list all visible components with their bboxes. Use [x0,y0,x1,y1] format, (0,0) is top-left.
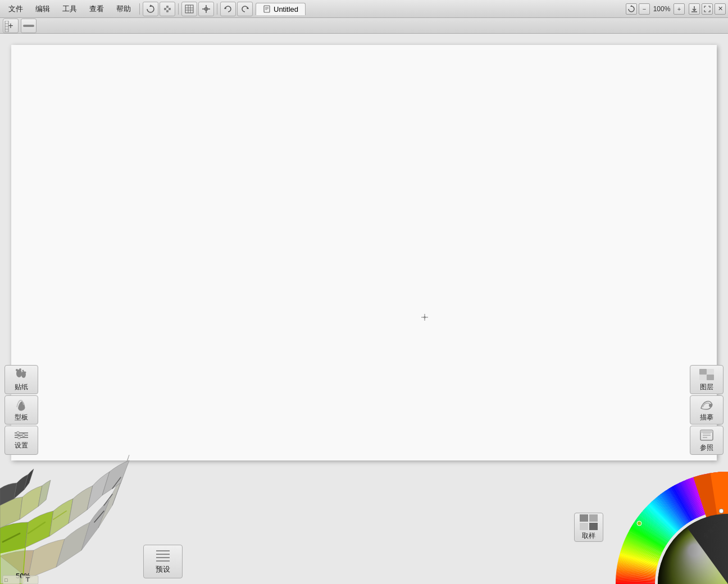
svg-rect-21 [23,25,34,27]
svg-rect-67 [580,523,588,530]
download-btn[interactable] [689,3,700,15]
svg-point-32 [19,368,21,371]
svg-point-40 [18,436,21,439]
svg-rect-66 [589,514,598,522]
svg-point-38 [17,431,20,434]
preset-button[interactable]: 预设 [143,545,183,578]
right-panel: 图层 描摹 参照 [690,365,724,455]
close-icon: ✕ [718,5,723,12]
preset-label: 预设 [156,564,170,574]
menu-edit[interactable]: 编辑 [29,1,56,17]
redo-btn[interactable] [237,2,253,16]
svg-point-44 [709,404,712,407]
separator-2 [178,3,179,15]
undo-btn[interactable] [220,2,236,16]
sample-button[interactable]: 取样 [574,513,603,542]
svg-rect-65 [580,514,588,522]
template-label: 型板 [15,413,28,422]
sample-icon [580,514,598,530]
toolbar2: + [0,18,728,34]
menu-file[interactable]: 文件 [2,1,29,17]
minus-icon [23,24,34,28]
layers-icon [698,368,715,381]
document-tab[interactable]: Untitled [256,3,306,15]
document-title: Untitled [274,5,298,13]
sample-label: 取样 [582,531,595,541]
svg-point-39 [22,434,25,436]
zoom-minus-btn[interactable]: − [639,3,650,15]
svg-text:T: T [26,576,30,583]
tracing-icon [698,398,715,412]
svg-rect-15 [264,6,270,12]
reference-icon [698,428,715,442]
tracing-label: 描摹 [700,413,713,422]
svg-rect-68 [589,523,598,530]
sticker-label: 贴纸 [15,382,28,392]
reference-label: 参照 [700,443,713,453]
zoom-area: − 100% + [639,3,685,15]
layers-btn[interactable]: 图层 [690,365,724,394]
template-icon [13,398,29,412]
fullscreen-btn[interactable] [702,3,713,15]
settings-btn[interactable]: 设置 [4,426,38,455]
svg-text:□: □ [4,577,8,583]
title-bar: 文件 编辑 工具 查看 帮助 [0,0,728,18]
svg-rect-4 [166,10,169,12]
menu-view[interactable]: 查看 [83,1,110,17]
rotate-tool-btn[interactable] [143,2,158,16]
left-panel: 贴纸 型板 设置 [4,365,38,455]
ruler-indicator[interactable] [4,19,9,34]
settings-label: 设置 [15,441,28,450]
svg-point-34 [25,371,26,373]
svg-rect-43 [707,375,714,380]
remove-canvas-btn[interactable] [21,19,37,33]
svg-rect-1 [164,8,166,10]
brush-wheel-svg[interactable]: 50% □ T [0,455,140,584]
layers-label: 图层 [700,382,713,392]
sticker-icon [13,368,29,381]
svg-rect-49 [700,430,713,433]
svg-point-33 [22,369,24,371]
move-tool-btn[interactable] [160,2,175,16]
svg-rect-5 [185,5,193,13]
crosshair-btn[interactable] [198,2,214,16]
zoom-level: 100% [652,5,672,13]
template-btn[interactable]: 型板 [4,395,38,425]
menu-tools[interactable]: 工具 [56,1,83,17]
color-wheel[interactable] [604,455,728,584]
separator-3 [217,3,217,15]
tracing-btn[interactable]: 描摹 [690,395,724,425]
sticker-btn[interactable]: 贴纸 [4,365,38,394]
svg-rect-42 [699,369,707,375]
rotate-icon-btn[interactable] [626,3,637,15]
svg-rect-3 [166,6,169,8]
close-btn[interactable]: ✕ [715,3,726,15]
canvas-paper[interactable] [11,45,717,460]
window-controls: − 100% + ✕ [626,3,726,15]
preset-icon [154,549,172,562]
document-icon [263,5,271,13]
color-wheel-canvas[interactable] [604,455,728,584]
svg-rect-2 [169,8,171,10]
reference-btn[interactable]: 参照 [690,426,724,455]
settings-icon [13,431,29,440]
grid-btn[interactable] [181,2,197,16]
menu-help[interactable]: 帮助 [110,1,137,17]
separator-1 [139,3,140,15]
brush-wheel[interactable]: 50% □ T [0,455,140,584]
svg-rect-53 [21,576,38,584]
svg-point-31 [16,369,18,371]
zoom-plus-btn[interactable]: + [674,3,685,15]
